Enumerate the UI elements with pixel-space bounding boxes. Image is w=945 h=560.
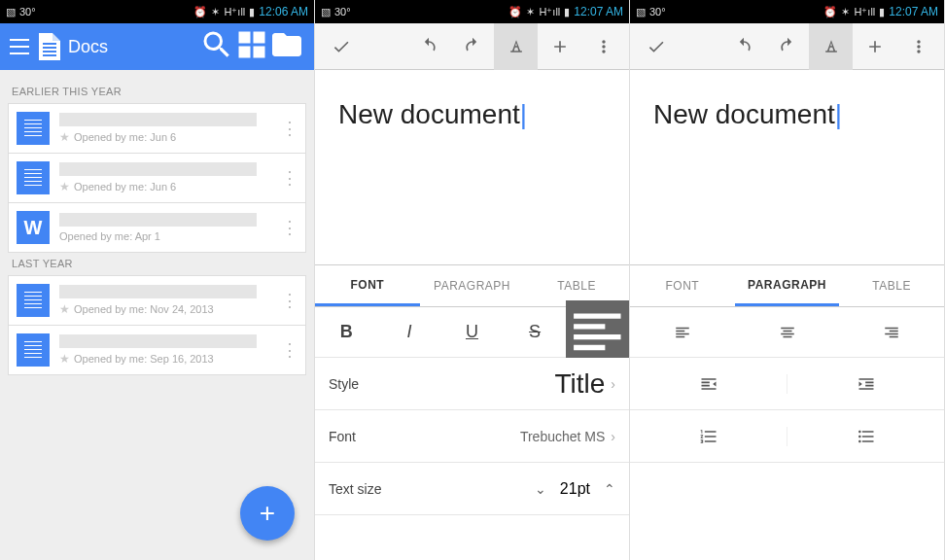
row-overflow-button[interactable]: ⋮ bbox=[278, 167, 301, 189]
size-value: 21pt bbox=[560, 480, 590, 498]
document-meta: Opened by me: Jun 6 bbox=[74, 181, 176, 192]
style-row[interactable]: Style Title › bbox=[315, 358, 629, 410]
app-bar: Docs bbox=[0, 23, 314, 70]
bold-button[interactable]: B bbox=[315, 322, 378, 342]
row-overflow-button[interactable]: ⋮ bbox=[278, 339, 301, 361]
document-canvas[interactable]: New document bbox=[630, 70, 944, 264]
document-title bbox=[59, 213, 257, 227]
document-title bbox=[59, 334, 257, 348]
done-button[interactable] bbox=[319, 23, 363, 70]
document-row[interactable]: ★Opened by me: Jun 6 ⋮ bbox=[8, 103, 306, 154]
document-row[interactable]: ★Opened by me: Sep 16, 2013 ⋮ bbox=[8, 325, 306, 375]
redo-button[interactable] bbox=[450, 23, 494, 70]
overflow-button[interactable] bbox=[581, 23, 625, 70]
battery-icon: ▮ bbox=[249, 6, 255, 18]
document-meta: Opened by me: Jun 6 bbox=[74, 131, 176, 143]
align-right-button[interactable] bbox=[839, 324, 944, 341]
star-icon: ★ bbox=[59, 352, 70, 366]
format-tabs: FONT PARAGRAPH TABLE bbox=[630, 264, 944, 307]
temperature: 30° bbox=[19, 6, 36, 18]
document-canvas[interactable]: New document bbox=[315, 70, 629, 264]
tab-font[interactable]: FONT bbox=[315, 265, 420, 306]
docs-list-screen: ▧30° ⏰✶H⁺ıll▮12:06 AM Docs EARLIER THIS … bbox=[0, 0, 315, 560]
temperature: 30° bbox=[649, 6, 666, 18]
signal-icon: H⁺ıll bbox=[539, 6, 560, 18]
row-overflow-button[interactable]: ⋮ bbox=[278, 290, 301, 311]
font-value: Trebuchet MS bbox=[520, 429, 605, 444]
undo-button[interactable] bbox=[721, 23, 765, 70]
font-row[interactable]: Font Trebuchet MS › bbox=[315, 410, 629, 463]
clock: 12:07 AM bbox=[889, 5, 938, 18]
tab-table[interactable]: TABLE bbox=[839, 265, 944, 306]
battery-icon: ▮ bbox=[879, 6, 885, 18]
align-button[interactable] bbox=[566, 300, 629, 364]
row-overflow-button[interactable]: ⋮ bbox=[278, 217, 301, 238]
create-document-fab[interactable]: + bbox=[240, 486, 295, 541]
star-icon: ★ bbox=[59, 180, 70, 193]
editor-toolbar bbox=[315, 23, 629, 70]
strikethrough-button[interactable]: S bbox=[504, 322, 567, 342]
underline-button[interactable]: U bbox=[440, 322, 504, 342]
indent-row bbox=[630, 358, 944, 410]
list-row bbox=[630, 410, 944, 463]
style-value: Title bbox=[554, 368, 605, 400]
status-bar: ▧30° ⏰✶H⁺ıll▮12:07 AM bbox=[315, 0, 629, 23]
clock: 12:06 AM bbox=[259, 5, 308, 18]
star-icon: ★ bbox=[59, 130, 70, 144]
italic-button[interactable]: I bbox=[378, 322, 441, 342]
text-format-button[interactable] bbox=[494, 23, 538, 70]
document-text: New document bbox=[653, 99, 842, 129]
row-overflow-button[interactable]: ⋮ bbox=[278, 118, 301, 139]
editor-toolbar bbox=[630, 23, 944, 70]
document-title bbox=[59, 162, 257, 176]
wifi-icon: ✶ bbox=[526, 6, 535, 18]
style-label: Style bbox=[329, 376, 359, 392]
alarm-icon: ⏰ bbox=[508, 6, 522, 18]
wifi-icon: ✶ bbox=[841, 6, 850, 18]
document-row[interactable]: W Opened by me: Apr 1 ⋮ bbox=[8, 202, 306, 253]
word-file-icon: W bbox=[17, 211, 50, 244]
text-size-row: Text size ⌄ 21pt ⌃ bbox=[315, 463, 629, 515]
text-format-button[interactable] bbox=[809, 23, 853, 70]
drawer-icon[interactable] bbox=[10, 39, 29, 54]
document-title bbox=[59, 285, 257, 298]
bulleted-list-button[interactable] bbox=[788, 427, 944, 446]
signal-icon: H⁺ıll bbox=[224, 6, 245, 18]
status-bar: ▧30° ⏰✶H⁺ıll▮12:06 AM bbox=[0, 0, 314, 23]
numbered-list-button[interactable] bbox=[630, 427, 788, 446]
insert-button[interactable] bbox=[853, 23, 896, 70]
size-decrease-button[interactable]: ⌄ bbox=[535, 481, 546, 497]
docs-file-icon bbox=[17, 284, 50, 317]
document-row[interactable]: ★Opened by me: Nov 24, 2013 ⋮ bbox=[8, 275, 306, 326]
star-icon: ★ bbox=[59, 302, 70, 316]
docs-logo-icon bbox=[39, 33, 60, 60]
overflow-button[interactable] bbox=[896, 23, 940, 70]
document-meta: Opened by me: Sep 16, 2013 bbox=[74, 353, 214, 365]
grid-view-button[interactable] bbox=[234, 27, 269, 67]
document-text: New document bbox=[338, 99, 527, 129]
indent-decrease-button[interactable] bbox=[788, 374, 944, 394]
insert-button[interactable] bbox=[538, 23, 581, 70]
redo-button[interactable] bbox=[765, 23, 809, 70]
section-header: LAST YEAR bbox=[12, 258, 302, 269]
picture-icon: ▧ bbox=[321, 6, 331, 18]
done-button[interactable] bbox=[634, 23, 678, 70]
alignment-row bbox=[630, 307, 944, 358]
tab-font[interactable]: FONT bbox=[630, 265, 735, 306]
search-button[interactable] bbox=[199, 27, 234, 67]
tab-paragraph[interactable]: PARAGRAPH bbox=[735, 265, 840, 306]
status-bar: ▧30° ⏰✶H⁺ıll▮12:07 AM bbox=[630, 0, 944, 23]
indent-increase-button[interactable] bbox=[630, 374, 788, 394]
battery-icon: ▮ bbox=[564, 6, 570, 18]
size-increase-button[interactable]: ⌃ bbox=[604, 481, 615, 497]
align-left-button[interactable] bbox=[630, 324, 735, 341]
document-row[interactable]: ★Opened by me: Jun 6 ⋮ bbox=[8, 153, 306, 203]
text-style-row: B I U S bbox=[315, 307, 629, 358]
temperature: 30° bbox=[334, 6, 351, 18]
align-center-button[interactable] bbox=[735, 324, 840, 341]
undo-button[interactable] bbox=[406, 23, 450, 70]
folder-button[interactable] bbox=[269, 27, 304, 67]
font-label: Font bbox=[329, 429, 356, 444]
alarm-icon: ⏰ bbox=[823, 6, 837, 18]
tab-paragraph[interactable]: PARAGRAPH bbox=[420, 265, 525, 306]
